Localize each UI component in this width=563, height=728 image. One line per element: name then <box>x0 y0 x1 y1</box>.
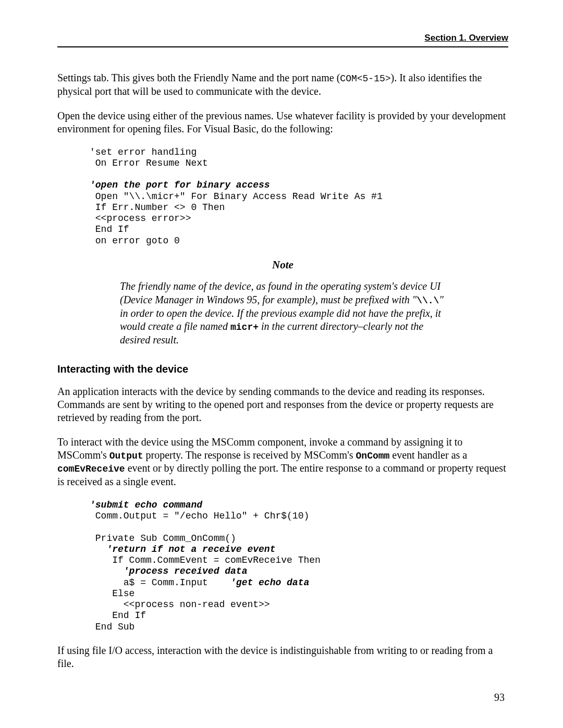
code-comment: 'get echo data <box>230 577 309 588</box>
text: The friendly name of the device, as foun… <box>120 280 440 305</box>
para-mscomm: To interact with the device using the MS… <box>57 436 508 488</box>
code-line: on error goto 0 <box>90 236 180 246</box>
text: Settings tab. This gives both the Friend… <box>57 72 340 83</box>
text: event handler as a <box>389 449 467 461</box>
code-line: a$ = Comm.Input <box>90 577 230 588</box>
subheading-interacting: Interacting with the device <box>57 363 508 376</box>
code-block-open-port: 'set error handling On Error Resume Next… <box>90 147 508 246</box>
code-line: Comm.Output = "/echo Hello" + Chr$(10) <box>90 511 309 521</box>
code-comment: 'submit echo command <box>90 500 202 510</box>
para-settings-tab: Settings tab. This gives both the Friend… <box>57 71 508 98</box>
text: event or by directly polling the port. T… <box>57 462 506 487</box>
inline-code-comevreceive: comEvReceive <box>57 464 125 474</box>
text: property. The response is received by MS… <box>143 449 356 461</box>
code-line: On Error Resume Next <box>90 158 208 168</box>
code-comment: 'open the port for binary access <box>90 180 270 190</box>
header-rule <box>57 46 508 47</box>
code-comment: 'return if not a receive event <box>90 544 275 554</box>
code-line: If Err.Number <> 0 Then <box>90 202 225 213</box>
code-line: <<process non-read event>> <box>90 599 270 610</box>
para-interacts: An application interacts with the device… <box>57 385 508 424</box>
note-block: Note The friendly name of the device, as… <box>57 258 508 347</box>
section-header: Section 1. Overview <box>57 32 508 43</box>
code-line: Open "\\.\micr+" For Binary Access Read … <box>90 191 383 202</box>
inline-code-output: Output <box>109 451 143 461</box>
code-line: End If <box>90 610 146 621</box>
code-line: Else <box>90 588 134 599</box>
inline-code-oncomm: OnComm <box>356 451 390 461</box>
note-title: Note <box>57 258 508 272</box>
code-block-oncomm: 'submit echo command Comm.Output = "/ech… <box>90 500 508 633</box>
code-line: End Sub <box>90 622 134 632</box>
inline-code-micr: micr+ <box>230 322 259 332</box>
code-line: 'set error handling <box>90 147 197 157</box>
code-comment: 'process received data <box>90 566 247 576</box>
page: Section 1. Overview Settings tab. This g… <box>0 0 563 728</box>
para-file-io: If using file I/O access, interaction wi… <box>57 644 508 670</box>
code-line: End If <box>90 224 129 235</box>
code-line: Private Sub Comm_OnComm() <box>90 533 236 544</box>
code-line: If Comm.CommEvent = comEvReceive Then <box>90 555 321 565</box>
inline-code-prefix: \\.\ <box>417 295 439 306</box>
code-line: <<process error>> <box>90 213 191 224</box>
note-body: The friendly name of the device, as foun… <box>120 280 446 347</box>
para-open-device: Open the device using either of the prev… <box>57 109 508 135</box>
page-number: 93 <box>494 691 505 704</box>
inline-code-com: COM<5-15> <box>340 73 390 84</box>
